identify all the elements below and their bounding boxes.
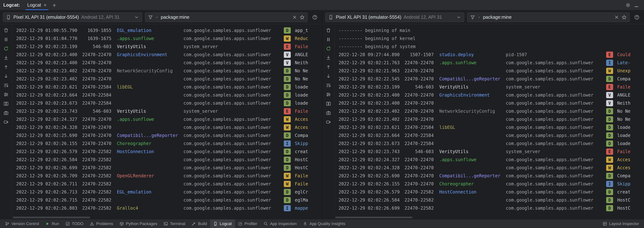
next-occurrence-button[interactable] bbox=[324, 72, 333, 80]
statusbar-item-todo[interactable]: TODO bbox=[62, 219, 86, 228]
horizontal-scrollbar[interactable] bbox=[335, 217, 412, 218]
previous-occurrence-button[interactable] bbox=[2, 63, 10, 71]
log-row[interactable]: 2022-12-29 02:02:22.54522470-22470Compat… bbox=[334, 75, 644, 83]
log-row[interactable]: 2022-12-29 02:02:23.40222470-22470com.go… bbox=[334, 115, 644, 123]
log-row[interactable]: 2022-12-29 02:02:23.40222470-22470Networ… bbox=[12, 67, 322, 75]
log-row[interactable]: 2022-12-29 02:02:26.70922470-22582OpenGL… bbox=[12, 172, 322, 180]
log-row[interactable]: 2022-12-29 02:02:25.69022470-22470Compat… bbox=[334, 172, 644, 180]
log-row[interactable]: --------- beginning of system bbox=[334, 43, 644, 51]
statusbar-item-profiler[interactable]: Profiler bbox=[235, 219, 260, 228]
log-row[interactable]: 2022-12-29 02:02:26.71522470-22582com.go… bbox=[12, 196, 322, 204]
clear-logcat-button[interactable] bbox=[2, 26, 10, 34]
next-occurrence-button[interactable] bbox=[2, 72, 10, 80]
soft-wrap-button[interactable] bbox=[2, 81, 10, 89]
log-row[interactable]: 2022-12-29 02:02:25.69022470-22470Compat… bbox=[12, 131, 322, 140]
add-tab-button[interactable]: + bbox=[52, 2, 56, 8]
record-screen-button[interactable] bbox=[324, 118, 333, 126]
tab-logcat[interactable]: Logcat × bbox=[24, 0, 50, 10]
statusbar-item-version-control[interactable]: Version Control bbox=[2, 219, 42, 228]
log-row[interactable]: 2022-12-29 02:02:23.40222470-22470com.go… bbox=[12, 75, 322, 83]
scroll-to-end-button[interactable] bbox=[324, 54, 333, 62]
tab-close-icon[interactable]: × bbox=[44, 2, 46, 8]
log-row[interactable]: 2022-12-28 09:27:44.8901507-1507studio.d… bbox=[334, 51, 644, 59]
log-row[interactable]: 2022-12-29 02:02:21.76322470-22470.apps.… bbox=[334, 59, 644, 67]
log-row[interactable]: 2022-12-29 02:02:26.69922470-22582com.go… bbox=[12, 164, 322, 172]
soft-wrap-button[interactable] bbox=[324, 81, 333, 89]
log-row[interactable]: 2022-12-29 02:02:23.40022470-22470Graphi… bbox=[334, 91, 644, 99]
log-row[interactable]: 2022-12-29 02:02:21.96322470-22470com.go… bbox=[334, 67, 644, 75]
log-row[interactable]: 2022-12-29 02:02:24.32822470-22470com.go… bbox=[334, 164, 644, 172]
log-row[interactable]: 2022-12-29 02:02:23.199546-603VerityUtil… bbox=[12, 43, 322, 51]
statusbar-item-app-quality-insights[interactable]: App Quality Insights bbox=[300, 219, 348, 228]
log-row[interactable]: 2022-12-29 02:02:23.743546-603VerityUtil… bbox=[12, 107, 322, 115]
log-row[interactable]: 2022-12-29 02:02:23.67322470-22584com.go… bbox=[334, 140, 644, 148]
statusbar-item-run[interactable]: Run bbox=[42, 219, 62, 228]
log-row[interactable]: 2022-12-29 02:02:24.32722470-22470.apps.… bbox=[334, 156, 644, 164]
log-row[interactable]: 2022-12-29 02:02:26.57922470-22582HostCo… bbox=[12, 148, 322, 156]
log-row[interactable]: 2022-12-29 02:02:26.58422470-22582com.go… bbox=[12, 156, 322, 164]
log-row[interactable]: 2022-12-29 02:02:23.40022470-22470Graphi… bbox=[12, 51, 322, 59]
scroll-to-end-button[interactable] bbox=[2, 54, 10, 62]
clear-logcat-button[interactable] bbox=[324, 26, 333, 34]
help-icon[interactable] bbox=[632, 13, 641, 21]
log-row[interactable]: 2022-12-29 02:02:23.40222470-22470Networ… bbox=[334, 107, 644, 115]
log-area[interactable]: 2022-12-29 01:00:55.7901639-1855EGL_emul… bbox=[12, 24, 322, 219]
device-selector[interactable]: Pixel XL API 31 (emulator-5554) Android … bbox=[325, 12, 464, 22]
hide-tool-window-icon[interactable] bbox=[632, 1, 641, 9]
log-area[interactable]: --------- beginning of main--------- beg… bbox=[334, 24, 644, 219]
horizontal-scrollbar[interactable] bbox=[13, 217, 90, 218]
record-screen-button[interactable] bbox=[2, 118, 10, 126]
log-row[interactable]: 2022-12-29 02:02:23.199546-603VerityUtil… bbox=[334, 83, 644, 91]
take-screenshot-button[interactable] bbox=[2, 109, 10, 117]
statusbar-item-layout-inspector[interactable]: Layout Inspector bbox=[600, 219, 642, 228]
statusbar-item-logcat[interactable]: Logcat bbox=[210, 219, 235, 228]
pause-logcat-button[interactable] bbox=[324, 36, 333, 43]
log-row[interactable]: --------- beginning of kernel bbox=[334, 34, 644, 43]
help-icon[interactable] bbox=[310, 13, 319, 21]
split-panels-button[interactable] bbox=[324, 100, 333, 108]
split-panels-button[interactable] bbox=[2, 100, 10, 108]
log-row[interactable]: 2022-12-29 02:02:26.71122470-22582com.go… bbox=[12, 180, 322, 188]
log-row[interactable]: 2022-12-29 02:02:26.15522470-22470Choreo… bbox=[12, 140, 322, 148]
favorite-filter-icon[interactable] bbox=[300, 15, 305, 20]
log-row[interactable]: 2022-12-29 02:02:26.58422470-22582com.go… bbox=[334, 196, 644, 204]
gear-icon[interactable] bbox=[624, 1, 632, 9]
pause-logcat-button[interactable] bbox=[2, 36, 10, 43]
log-row[interactable]: 2022-12-29 02:02:23.67322470-22584com.go… bbox=[12, 99, 322, 107]
log-row[interactable]: 2022-12-29 02:02:23.743546-603VerityUtil… bbox=[334, 148, 644, 156]
configure-logcat-button[interactable] bbox=[2, 91, 10, 98]
filter-input[interactable]: package:mine bbox=[467, 12, 630, 22]
restart-logcat-button[interactable] bbox=[324, 45, 333, 52]
log-row[interactable]: 2022-12-29 01:00:55.7901639-1855EGL_emul… bbox=[12, 26, 322, 34]
log-message: No Ne bbox=[617, 109, 644, 114]
statusbar-item-problems[interactable]: Problems bbox=[86, 219, 116, 228]
device-selector[interactable]: Pixel XL API 31 (emulator-5554) Android … bbox=[3, 12, 142, 22]
log-row[interactable]: 2022-12-29 02:02:26.71322470-22582EGL_em… bbox=[12, 188, 322, 196]
statusbar-item-python-packages[interactable]: Python Packages bbox=[116, 219, 160, 228]
filter-input[interactable]: package:mine bbox=[145, 12, 308, 22]
log-row[interactable]: 2022-12-29 02:02:23.40022470-22470com.go… bbox=[12, 59, 322, 67]
configure-logcat-button[interactable] bbox=[324, 91, 333, 98]
statusbar-item-terminal[interactable]: Terminal bbox=[160, 219, 188, 228]
log-row[interactable]: 2022-12-29 01:01:04.7701639-1675.apps.su… bbox=[12, 34, 322, 43]
log-row[interactable]: --------- beginning of main bbox=[334, 26, 644, 34]
take-screenshot-button[interactable] bbox=[324, 109, 333, 117]
log-row[interactable]: 2022-12-29 02:02:26.57922470-22582HostCo… bbox=[334, 188, 644, 196]
log-row[interactable]: 2022-12-29 02:02:23.62122470-22584libEGL… bbox=[12, 83, 322, 91]
clear-filter-icon[interactable] bbox=[614, 15, 619, 20]
log-row[interactable]: 2022-12-29 02:02:23.66422470-22584com.go… bbox=[334, 131, 644, 140]
clear-filter-icon[interactable] bbox=[292, 15, 297, 20]
statusbar-item-build[interactable]: Build bbox=[188, 219, 210, 228]
statusbar-item-app-inspection[interactable]: App Inspection bbox=[260, 219, 300, 228]
previous-occurrence-button[interactable] bbox=[324, 63, 333, 71]
log-row[interactable]: 2022-12-29 02:02:23.62122470-22584libEGL… bbox=[334, 123, 644, 131]
log-row[interactable]: 2022-12-29 02:02:23.40022470-22470com.go… bbox=[334, 99, 644, 107]
log-row[interactable]: 2022-12-29 02:02:26.80322470-22582Grallo… bbox=[12, 204, 322, 212]
favorite-filter-icon[interactable] bbox=[622, 15, 627, 20]
log-row[interactable]: 2022-12-29 02:02:26.69922470-22582com.go… bbox=[334, 204, 644, 212]
log-row[interactable]: 2022-12-29 02:02:24.32722470-22470.apps.… bbox=[12, 115, 322, 123]
log-row[interactable]: 2022-12-29 02:02:23.66422470-22584com.go… bbox=[12, 91, 322, 99]
restart-logcat-button[interactable] bbox=[2, 45, 10, 52]
log-row[interactable]: 2022-12-29 02:02:26.15522470-22470Choreo… bbox=[334, 180, 644, 188]
log-row[interactable]: 2022-12-29 02:02:24.32822470-22470com.go… bbox=[12, 123, 322, 131]
